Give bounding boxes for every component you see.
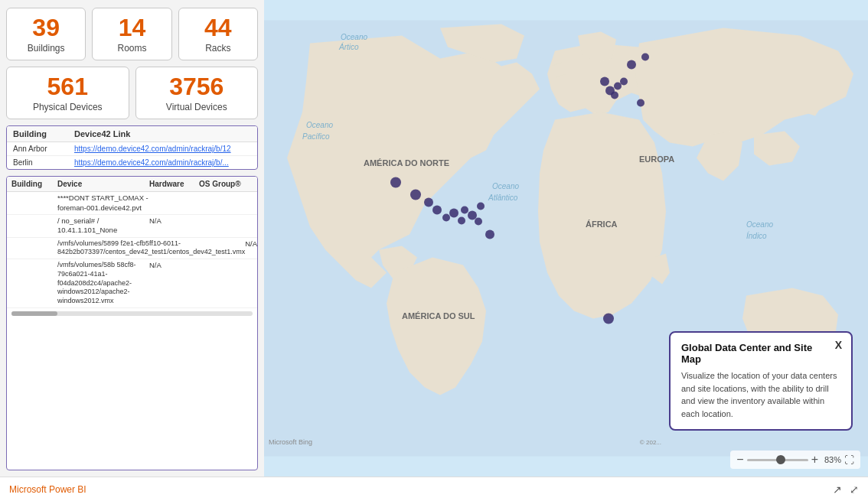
stat-buildings[interactable]: 39 Buildings: [6, 8, 86, 60]
stat-physical-devices[interactable]: 561 Physical Devices: [6, 67, 129, 119]
zoom-bar: − + 83% ⛶: [730, 451, 860, 469]
map-dot-19: [637, 99, 644, 107]
dev-device-0: ****DONT START_LOMAX - foreman-001.devic…: [57, 194, 149, 213]
stats-top-row: 39 Buildings 14 Rooms 44 Racks: [6, 8, 258, 60]
zoom-slider-track[interactable]: [747, 459, 808, 461]
device-table: Building Device Hardware OS Group® ****D…: [6, 176, 258, 470]
map-dot-10: [475, 218, 482, 226]
map-dot-16: [614, 83, 622, 90]
device-row-2: /vmfs/volumes/5899 f2e1-cfb5ff10-6011-84…: [7, 238, 257, 259]
left-panel: 39 Buildings 14 Rooms 44 Racks 561 Physi…: [0, 0, 264, 477]
building-link-0[interactable]: https://demo.device42.com/admin/rackraj/…: [74, 145, 251, 153]
footer: Microsoft Power BI ↗ ⤢: [0, 477, 868, 501]
rooms-value: 14: [119, 15, 146, 41]
tooltip-body: Visualize the location of your data cent…: [681, 369, 840, 420]
building-link-1[interactable]: https://demo.device42.com/admin/rackraj/…: [74, 158, 251, 167]
device-table-header: Building Device Hardware OS Group®: [7, 177, 257, 192]
oceano-pacifico-label2: Pacífico: [302, 132, 330, 141]
dev-device-1: / no_serial# / 10.41.1.101_None: [57, 216, 149, 236]
map-dot-12: [627, 60, 636, 70]
dev-hardware-2: N/A: [245, 239, 258, 249]
buildings-value: 39: [32, 15, 60, 41]
power-bi-link[interactable]: Microsoft Power BI: [9, 484, 86, 495]
map-copyright: © 202...: [640, 439, 661, 446]
scrollbar-thumb: [11, 311, 57, 316]
col-link-header: Device42 Link: [74, 129, 251, 138]
map-container[interactable]: Oceano Pacífico Oceano Atlântico Oceano …: [264, 0, 868, 477]
stats-second-row: 561 Physical Devices 3756 Virtual Device…: [6, 67, 258, 119]
stat-rooms[interactable]: 14 Rooms: [92, 8, 171, 60]
europa-label: EUROPA: [639, 155, 674, 164]
map-dot-17: [620, 78, 628, 86]
physical-devices-value: 561: [47, 73, 88, 100]
tooltip-close-button[interactable]: X: [835, 339, 842, 351]
map-dot-9: [477, 203, 485, 210]
virtual-devices-value: 3756: [169, 73, 224, 100]
zoom-slider-thumb: [776, 455, 785, 464]
oceano-indico-label2: Índico: [746, 231, 767, 240]
dev-device-3: /vmfs/volumes/58b 58cf8-79c6a021-41a1-f0…: [57, 261, 149, 305]
map-panel: Oceano Pacífico Oceano Atlântico Oceano …: [264, 0, 868, 477]
map-dot-0: [390, 177, 401, 188]
building-link-header: Building Device42 Link: [7, 126, 257, 142]
map-dot-11: [485, 230, 494, 239]
dev-hardware-1: N/A: [149, 216, 199, 226]
zoom-percentage: 83%: [824, 455, 841, 464]
device-table-scrollbar[interactable]: [11, 311, 253, 316]
share-icon[interactable]: ↗: [833, 483, 842, 496]
zoom-in-button[interactable]: +: [811, 454, 818, 466]
map-dot-14: [600, 77, 609, 86]
virtual-devices-label: Virtual Devices: [166, 102, 227, 112]
device-row-3: /vmfs/volumes/58b 58cf8-79c6a021-41a1-f0…: [7, 259, 257, 307]
buildings-label: Buildings: [28, 43, 65, 54]
building-name-0: Ann Arbor: [13, 145, 74, 153]
expand-icon[interactable]: ⤢: [850, 483, 859, 496]
device-row-0: ****DONT START_LOMAX - foreman-001.devic…: [7, 192, 257, 215]
stat-virtual-devices[interactable]: 3756 Virtual Devices: [135, 67, 259, 119]
map-dot-18: [611, 92, 618, 99]
map-dot-4: [442, 214, 450, 222]
rooms-label: Rooms: [117, 43, 146, 54]
physical-devices-label: Physical Devices: [33, 102, 103, 112]
oceano-indico-label: Oceano: [746, 220, 773, 229]
map-dot-8: [468, 211, 477, 220]
map-tooltip: X Global Data Center and Site Map Visual…: [669, 331, 853, 431]
oceano-artico-label2: Ártico: [338, 42, 359, 51]
map-dot-7: [461, 207, 468, 214]
dev-col-hardware: Hardware: [149, 180, 199, 188]
dev-col-osgroup: OS Group®: [199, 180, 253, 188]
fullscreen-icon[interactable]: ⛶: [844, 454, 854, 466]
map-dot-5: [449, 209, 458, 218]
dev-col-device: Device: [57, 180, 149, 188]
dev-device-2: /vmfs/volumes/5899 f2e1-cfb5ff10-6011-84…: [57, 239, 245, 257]
building-name-1: Berlin: [13, 158, 74, 167]
africa-label: ÁFRICA: [586, 220, 618, 229]
dev-col-building: Building: [11, 180, 57, 188]
dev-hardware-3: N/A: [149, 261, 199, 270]
main-content: 39 Buildings 14 Rooms 44 Racks 561 Physi…: [0, 0, 868, 477]
map-dot-3: [432, 206, 442, 215]
building-link-table: Building Device42 Link Ann Arbor https:/…: [6, 125, 258, 170]
america-sul-label: AMÉRICA DO SUL: [402, 311, 475, 320]
building-link-row-0: Ann Arbor https://demo.device42.com/admi…: [7, 142, 257, 156]
america-norte-label: AMÉRICA DO NORTE: [364, 158, 449, 168]
col-building-header: Building: [13, 129, 74, 138]
racks-label: Racks: [205, 43, 230, 54]
bing-logo: Microsoft Bing: [269, 438, 312, 446]
map-dot-6: [458, 217, 465, 225]
map-dot-2: [424, 198, 433, 207]
zoom-out-button[interactable]: −: [736, 454, 743, 466]
oceano-atlantico-label2: Atlântico: [488, 194, 518, 202]
building-link-row-1: Berlin https://demo.device42.com/admin/r…: [7, 156, 257, 169]
map-dot-1: [410, 190, 421, 200]
oceano-artico-label: Oceano: [341, 33, 367, 41]
device-row-1: / no_serial# / 10.41.1.101_None N/A: [7, 215, 257, 238]
oceano-atlantico-label: Oceano: [492, 182, 519, 190]
stat-racks[interactable]: 44 Racks: [178, 8, 258, 60]
footer-icons: ↗ ⤢: [833, 483, 859, 496]
map-dot-20: [603, 314, 614, 324]
oceano-pacifico-label: Oceano: [306, 121, 333, 129]
tooltip-title: Global Data Center and Site Map: [681, 342, 840, 365]
racks-value: 44: [204, 15, 232, 41]
map-dot-13: [641, 54, 649, 61]
